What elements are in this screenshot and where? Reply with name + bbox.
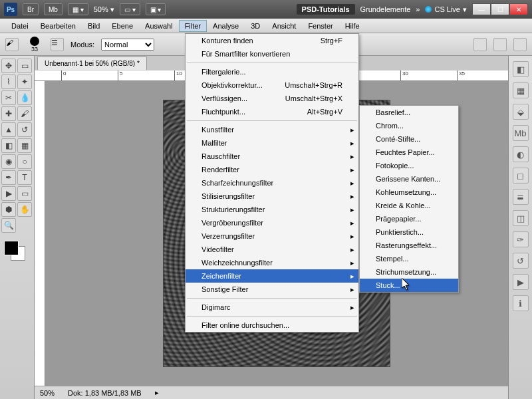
filter-item[interactable]: Objektivkorrektur...Umschalt+Strg+R [186, 78, 358, 92]
path-select-tool[interactable]: ▶ [1, 186, 16, 201]
panel-icon-styles[interactable]: ⬙ [513, 104, 529, 120]
filter-item[interactable]: Sonstige Filter▸ [186, 283, 358, 296]
filter-item[interactable]: Renderfilter▸ [186, 163, 358, 176]
filter-item[interactable]: Fluchtpunkt...Alt+Strg+V [186, 105, 358, 118]
filter-item[interactable]: Vergröberungsfilter▸ [186, 216, 358, 229]
move-tool[interactable]: ✥ [1, 59, 16, 73]
submenu-item[interactable]: Kohleumsetzung... [360, 186, 458, 199]
lasso-tool[interactable]: ⌇ [1, 74, 16, 89]
brush-preview[interactable]: 33 [25, 35, 44, 54]
hand-tool[interactable]: ✋ [17, 202, 32, 217]
status-arrow-icon[interactable]: ▸ [155, 388, 159, 397]
eraser-tool[interactable]: ◧ [1, 138, 16, 153]
panel-icon-adjust[interactable]: ◐ [513, 146, 529, 162]
menu-bild[interactable]: Bild [82, 20, 106, 32]
bridge-button[interactable]: Br [23, 3, 39, 15]
menu-3d[interactable]: 3D [245, 20, 266, 32]
crop-tool[interactable]: ✂ [1, 90, 16, 105]
panel-icon-paths[interactable]: ✑ [513, 231, 529, 247]
filter-item[interactable]: Verzerrungsfilter▸ [186, 229, 358, 243]
workspace-switcher[interactable]: Grundelemente [360, 5, 411, 13]
submenu-item[interactable]: Feuchtes Papier... [360, 146, 458, 159]
opt-icon-1[interactable] [473, 38, 487, 51]
color-swatch[interactable] [1, 241, 28, 261]
menu-analyse[interactable]: Analyse [207, 20, 245, 32]
zoom-tool[interactable]: 🔍 [1, 218, 16, 233]
document-tab[interactable]: Unbenannt-1 bei 50% (RGB/8) * [37, 57, 147, 70]
filter-item[interactable]: Filter online durchsuchen... [186, 319, 358, 332]
panel-icon-mb[interactable]: Mb [513, 125, 529, 141]
submenu-item[interactable]: Stempel... [360, 252, 458, 265]
window-maximize-button[interactable]: ☐ [491, 3, 509, 15]
filter-item[interactable]: Strukturierungsfilter▸ [186, 203, 358, 216]
panel-icon-channels[interactable]: ◫ [513, 210, 529, 226]
panel-icon-actions[interactable]: ▶ [513, 274, 529, 290]
cs-live-button[interactable]: CS Live ▾ [425, 5, 467, 14]
brush-tool[interactable]: 🖌 [17, 106, 32, 121]
healing-tool[interactable]: ✚ [1, 106, 16, 121]
filter-item[interactable]: Malfilter▸ [186, 136, 358, 150]
submenu-item[interactable]: Strichumsetzung... [360, 265, 458, 279]
mode-select[interactable]: Normal [101, 39, 154, 51]
filter-item[interactable]: Digimarc▸ [186, 301, 358, 314]
filter-item[interactable]: Videofilter▸ [186, 243, 358, 256]
filter-item[interactable]: Stilisierungsfilter▸ [186, 190, 358, 203]
menu-ebene[interactable]: Ebene [106, 20, 139, 32]
panel-icon-color[interactable]: ◧ [513, 61, 529, 77]
filter-item[interactable]: Rauschfilter▸ [186, 150, 358, 163]
type-tool[interactable]: T [17, 170, 32, 185]
filter-item[interactable]: Kunstfilter▸ [186, 123, 358, 136]
menu-filter[interactable]: Filter [179, 20, 207, 32]
panel-icon-masks[interactable]: ◻ [513, 168, 529, 184]
ruler-vertical[interactable] [35, 81, 45, 386]
menu-datei[interactable]: Datei [5, 20, 35, 32]
submenu-item[interactable]: Fotokopie... [360, 159, 458, 172]
filter-item[interactable]: Weichzeichnungsfilter▸ [186, 256, 358, 269]
foreground-color[interactable] [4, 241, 19, 255]
view-extras-button[interactable]: ▦ ▾ [68, 3, 88, 15]
submenu-item[interactable]: Prägepapier... [360, 212, 458, 225]
magic-wand-tool[interactable]: ✦ [17, 74, 32, 89]
opt-icon-3[interactable] [513, 38, 527, 51]
3d-tool[interactable]: ⬢ [1, 202, 16, 217]
filter-item[interactable]: Konturen findenStrg+F [186, 34, 358, 47]
tool-preset-icon[interactable]: 🖌 [5, 38, 19, 51]
dodge-tool[interactable]: ○ [17, 154, 32, 169]
menu-auswahl[interactable]: Auswahl [139, 20, 179, 32]
filter-item[interactable]: Verflüssigen...Umschalt+Strg+X [186, 92, 358, 105]
panel-icon-swatches[interactable]: ▦ [513, 82, 529, 98]
menu-hilfe[interactable]: Hilfe [339, 20, 366, 32]
arrange-button[interactable]: ▭ ▾ [120, 3, 140, 15]
filter-item[interactable]: Für Smartfilter konvertieren [186, 47, 358, 61]
submenu-item[interactable]: Rasterungseffekt... [360, 239, 458, 252]
menu-ansicht[interactable]: Ansicht [266, 20, 302, 32]
submenu-item[interactable]: Conté-Stifte... [360, 132, 458, 146]
workspace-more-icon[interactable]: » [416, 5, 420, 13]
menu-fenster[interactable]: Fenster [302, 20, 338, 32]
submenu-item[interactable]: Chrom... [360, 119, 458, 132]
brush-panel-icon[interactable]: ☰ [51, 38, 64, 51]
screen-mode-button[interactable]: ▣ ▾ [146, 3, 166, 15]
history-brush-tool[interactable]: ↺ [17, 122, 32, 137]
panel-icon-history[interactable]: ↺ [513, 253, 529, 269]
status-zoom[interactable]: 50% [40, 389, 55, 397]
submenu-item[interactable]: Gerissene Kanten... [360, 172, 458, 186]
minibridge-button[interactable]: Mb [44, 3, 63, 15]
opt-icon-2[interactable] [493, 38, 507, 51]
filter-item[interactable]: Filtergalerie... [186, 65, 358, 78]
blur-tool[interactable]: ◉ [1, 154, 16, 169]
submenu-item[interactable]: Kreide & Kohle... [360, 199, 458, 212]
stamp-tool[interactable]: ▲ [1, 122, 16, 137]
panel-icon-layers[interactable]: ≣ [513, 189, 529, 205]
shape-tool[interactable]: ▭ [17, 186, 32, 201]
filter-item[interactable]: Scharfzeichnungsfilter▸ [186, 176, 358, 190]
gradient-tool[interactable]: ▦ [17, 138, 32, 153]
marquee-tool[interactable]: ▭ [17, 59, 32, 73]
panel-icon-info[interactable]: ℹ [513, 295, 529, 311]
eyedropper-tool[interactable]: 💧 [17, 90, 32, 105]
pen-tool[interactable]: ✒ [1, 170, 16, 185]
zoom-level[interactable]: 50% ▾ [94, 5, 114, 14]
window-minimize-button[interactable]: ― [472, 3, 491, 15]
status-doc-size[interactable]: Dok: 1,83 MB/1,83 MB [68, 389, 142, 397]
filter-item[interactable]: Zeichenfilter▸ [186, 269, 358, 283]
